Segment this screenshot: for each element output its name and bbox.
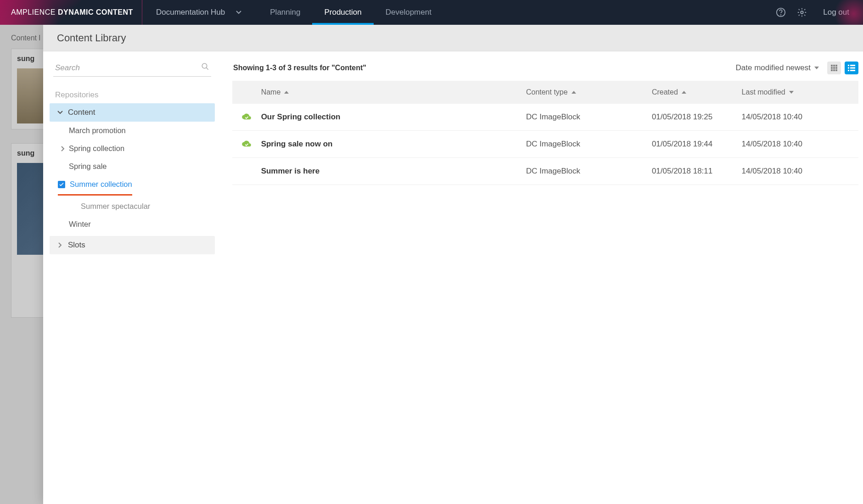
brand-light: AMPLIENCE bbox=[11, 8, 56, 16]
svg-rect-11 bbox=[833, 69, 835, 71]
svg-point-1 bbox=[781, 15, 781, 15]
grid-icon bbox=[830, 64, 838, 72]
row-created: 01/05/2018 18:11 bbox=[652, 167, 742, 176]
column-created[interactable]: Created bbox=[652, 88, 742, 96]
library-title: Content Library bbox=[57, 32, 126, 44]
caret-down-icon bbox=[236, 11, 241, 14]
help-button[interactable] bbox=[775, 7, 786, 18]
library-sidebar: Repositories Content March promotion Spr… bbox=[43, 51, 221, 504]
settings-button[interactable] bbox=[796, 7, 807, 18]
tree-march-promotion[interactable]: March promotion bbox=[50, 122, 215, 140]
row-name: Spring sale now on bbox=[261, 140, 526, 149]
svg-rect-18 bbox=[850, 70, 855, 71]
view-toggle bbox=[827, 62, 858, 74]
column-name[interactable]: Name bbox=[261, 88, 526, 96]
published-cloud-icon bbox=[241, 139, 252, 149]
table-header: Name Content type Created Last modified bbox=[232, 81, 858, 104]
sort-up-icon bbox=[284, 91, 289, 94]
grid-view-button[interactable] bbox=[827, 62, 841, 74]
column-last-modified[interactable]: Last modified bbox=[742, 88, 858, 96]
svg-point-3 bbox=[202, 63, 207, 68]
annotation-underline bbox=[58, 194, 132, 196]
results-bar: Showing 1-3 of 3 results for "Content" D… bbox=[232, 58, 858, 81]
svg-point-2 bbox=[801, 11, 804, 14]
logout-link[interactable]: Log out bbox=[823, 8, 849, 17]
table-row[interactable]: Spring sale now onDC ImageBlock01/05/201… bbox=[232, 131, 858, 158]
row-type: DC ImageBlock bbox=[526, 140, 652, 149]
search-input[interactable] bbox=[53, 60, 211, 77]
sort-up-icon bbox=[682, 91, 686, 94]
row-name: Our Spring collection bbox=[261, 112, 526, 122]
svg-rect-7 bbox=[831, 67, 833, 69]
svg-rect-17 bbox=[848, 70, 849, 71]
row-type: DC ImageBlock bbox=[526, 167, 652, 176]
svg-rect-14 bbox=[850, 65, 855, 66]
tree-content-label: Content bbox=[68, 108, 95, 117]
tree-content[interactable]: Content bbox=[50, 103, 215, 122]
svg-rect-12 bbox=[835, 69, 837, 71]
tab-planning[interactable]: Planning bbox=[258, 0, 312, 25]
svg-rect-10 bbox=[831, 69, 833, 71]
list-view-button[interactable] bbox=[845, 62, 858, 74]
top-navbar: AMPLIENCE DYNAMIC CONTENT Documentation … bbox=[0, 0, 863, 25]
row-name: Summer is here bbox=[261, 167, 526, 176]
row-modified: 14/05/2018 10:40 bbox=[742, 112, 858, 122]
topbar-nav: Documentation Hub Planning Production De… bbox=[142, 0, 443, 25]
hub-label: Documentation Hub bbox=[156, 8, 225, 17]
row-modified: 14/05/2018 10:40 bbox=[742, 167, 858, 176]
sort-up-icon bbox=[572, 91, 576, 94]
tree-summer-collection[interactable]: Summer collection bbox=[50, 175, 215, 193]
chevron-right-icon bbox=[56, 242, 64, 248]
svg-rect-8 bbox=[833, 67, 835, 69]
row-created: 01/05/2018 19:44 bbox=[652, 140, 742, 149]
tree-slots[interactable]: Slots bbox=[50, 236, 215, 254]
tab-development[interactable]: Development bbox=[374, 0, 443, 25]
row-type: DC ImageBlock bbox=[526, 112, 652, 122]
tree-spring-collection[interactable]: Spring collection bbox=[50, 140, 215, 157]
repositories-label: Repositories bbox=[50, 87, 215, 103]
tab-production[interactable]: Production bbox=[312, 0, 373, 25]
column-content-type[interactable]: Content type bbox=[526, 88, 652, 96]
svg-rect-5 bbox=[833, 65, 835, 67]
topbar-right: Log out bbox=[775, 7, 863, 18]
chevron-right-icon bbox=[60, 146, 66, 151]
svg-rect-6 bbox=[835, 65, 837, 67]
caret-down-icon bbox=[814, 67, 819, 69]
sort-label: Date modified newest bbox=[736, 63, 811, 73]
brand-bold: DYNAMIC CONTENT bbox=[58, 8, 133, 16]
search-field-wrap bbox=[53, 60, 211, 77]
svg-rect-9 bbox=[835, 67, 837, 69]
row-created: 01/05/2018 19:25 bbox=[652, 112, 742, 122]
library-header: Content Library bbox=[43, 25, 863, 51]
sort-down-icon bbox=[789, 91, 794, 94]
list-icon bbox=[848, 65, 855, 71]
svg-rect-15 bbox=[848, 67, 849, 69]
svg-rect-4 bbox=[831, 65, 833, 67]
sort-dropdown[interactable]: Date modified newest bbox=[736, 63, 819, 73]
library-main: Showing 1-3 of 3 results for "Content" D… bbox=[221, 51, 863, 504]
svg-rect-13 bbox=[848, 65, 849, 66]
table-row[interactable]: Summer is hereDC ImageBlock01/05/2018 18… bbox=[232, 158, 858, 185]
chevron-down-icon bbox=[56, 111, 64, 114]
table-row[interactable]: Our Spring collectionDC ImageBlock01/05/… bbox=[232, 104, 858, 131]
checkbox-checked-icon bbox=[58, 181, 65, 188]
search-icon bbox=[201, 62, 209, 73]
published-cloud-icon bbox=[241, 166, 252, 176]
brand-logo: AMPLIENCE DYNAMIC CONTENT bbox=[0, 0, 142, 25]
svg-rect-16 bbox=[850, 67, 855, 69]
tree-summer-spectacular[interactable]: Summer spectacular bbox=[50, 197, 215, 215]
tree-winter[interactable]: Winter bbox=[50, 215, 215, 233]
row-modified: 14/05/2018 10:40 bbox=[742, 140, 858, 149]
content-library-panel: Content Library Repositories Content Mar… bbox=[43, 25, 863, 504]
tree-spring-sale[interactable]: Spring sale bbox=[50, 157, 215, 175]
hub-dropdown[interactable]: Documentation Hub bbox=[142, 0, 258, 25]
gear-icon bbox=[797, 7, 807, 17]
help-icon bbox=[776, 7, 786, 17]
published-cloud-icon bbox=[241, 112, 252, 122]
results-count-text: Showing 1-3 of 3 results for "Content" bbox=[233, 64, 366, 72]
